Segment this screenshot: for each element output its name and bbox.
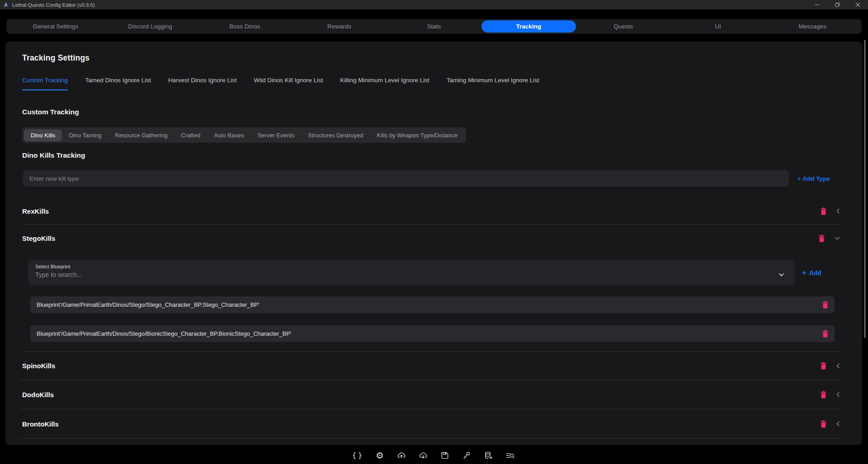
subtab-taming-minimum-level-ignore-list[interactable]: Taming Minimum Level Ignore List xyxy=(447,77,539,90)
kill-type-name: SpinoKills xyxy=(22,362,55,370)
segment-dino-taming[interactable]: Dino Taming xyxy=(62,129,108,141)
page-title: Tracking Settings xyxy=(22,53,90,63)
segment-structures-destroyed[interactable]: Structures Destroyed xyxy=(301,129,370,141)
braces-icon[interactable]: {} xyxy=(353,450,363,460)
nav-tab-ui[interactable]: UI xyxy=(670,20,765,33)
blueprint-search-placeholder: Type to search... xyxy=(35,271,788,278)
window-controls xyxy=(807,0,868,9)
segment-resource-gathering[interactable]: Resource Gathering xyxy=(108,129,174,141)
row-divider xyxy=(20,224,840,225)
key-icon[interactable] xyxy=(462,450,472,460)
kill-type-row-spinokills: SpinoKills xyxy=(5,352,862,380)
main-nav: General Settings Discord Logging Boss Di… xyxy=(6,19,862,34)
nav-tab-discord-logging[interactable]: Discord Logging xyxy=(103,20,197,33)
add-type-button[interactable]: + Add Type xyxy=(797,170,830,187)
segment-dino-kills[interactable]: Dino Kills xyxy=(24,129,62,141)
delete-icon[interactable] xyxy=(818,234,825,242)
kill-type-name: BrontoKills xyxy=(22,420,59,428)
new-kill-type-input[interactable] xyxy=(23,170,789,187)
chevron-down-icon[interactable] xyxy=(834,236,840,240)
plus-icon: + xyxy=(802,268,807,277)
category-segmented-control: Dino Kills Dino Taming Resource Gatherin… xyxy=(22,127,466,143)
blueprint-entry: Blueprint'/Game/PrimalEarth/Dinos/Stego/… xyxy=(30,325,835,342)
add-blueprint-label: Add xyxy=(809,269,821,277)
delete-icon[interactable] xyxy=(822,330,829,337)
chevron-left-icon[interactable] xyxy=(836,208,840,214)
delete-icon[interactable] xyxy=(820,362,827,370)
add-blueprint-button[interactable]: + Add xyxy=(802,260,821,286)
bottom-toolbar: {} ⚙ xyxy=(0,446,868,464)
kill-type-row-dodokills: DodoKills xyxy=(5,380,862,409)
blueprint-entry: Blueprint'/Game/PrimalEarth/Dinos/Stego/… xyxy=(30,296,835,313)
tracking-subtabs: Custom Tracking Tamed Dinos Ignore List … xyxy=(22,77,539,90)
kill-type-name: StegoKills xyxy=(22,234,55,242)
database-export-icon[interactable] xyxy=(483,450,493,460)
blueprint-path: Blueprint'/Game/PrimalEarth/Dinos/Stego/… xyxy=(37,301,259,308)
kill-type-name: DodoKills xyxy=(22,391,54,398)
gear-icon[interactable]: ⚙ xyxy=(375,450,385,460)
nav-tab-boss-dinos[interactable]: Boss Dinos xyxy=(198,20,292,33)
subtab-tamed-dinos-ignore-list[interactable]: Tamed Dinos Ignore List xyxy=(85,77,151,90)
delete-icon[interactable] xyxy=(820,207,827,215)
blueprint-path: Blueprint'/Game/PrimalEarth/Dinos/Stego/… xyxy=(37,330,291,337)
nav-tab-general-settings[interactable]: General Settings xyxy=(8,20,103,33)
title-bar: Lethal Quests Config Editor (v0.9.5) xyxy=(0,0,868,9)
delete-icon[interactable] xyxy=(822,301,829,309)
kill-type-row-rexkills: RexKills xyxy=(5,198,862,224)
tracking-settings-panel: Tracking Settings Custom Tracking Tamed … xyxy=(5,42,862,445)
delete-icon[interactable] xyxy=(820,420,827,428)
subtab-custom-tracking[interactable]: Custom Tracking xyxy=(22,77,68,90)
nav-tab-quests[interactable]: Quests xyxy=(576,20,670,33)
nav-tab-tracking[interactable]: Tracking xyxy=(481,20,576,33)
kill-type-row-stegokills: StegoKills xyxy=(5,225,862,251)
nav-tab-stats[interactable]: Stats xyxy=(387,20,481,33)
delete-icon[interactable] xyxy=(820,391,827,398)
blueprint-select[interactable]: Select Blueprint Type to search... xyxy=(28,260,795,286)
save-icon[interactable] xyxy=(440,450,450,460)
subtab-harvest-dinos-ignore-list[interactable]: Harvest Dinos Ignore List xyxy=(168,77,237,90)
subtab-killing-minimum-level-ignore-list[interactable]: Killing Minimum Level Ignore List xyxy=(340,77,429,90)
segment-crafted[interactable]: Crafted xyxy=(175,129,208,141)
chevron-left-icon[interactable] xyxy=(836,421,840,427)
nav-tab-rewards[interactable]: Rewards xyxy=(292,20,387,33)
minimize-icon[interactable] xyxy=(807,0,827,9)
close-icon[interactable] xyxy=(848,0,868,9)
panel-title: Dino Kills Tracking xyxy=(22,151,85,159)
restore-icon[interactable] xyxy=(827,0,848,9)
app-logo-icon xyxy=(3,2,9,8)
nav-tab-messages[interactable]: Messages xyxy=(765,20,860,33)
section-title: Custom Tracking xyxy=(22,108,79,116)
chevron-down-icon xyxy=(778,271,784,279)
cloud-download-icon[interactable] xyxy=(418,450,428,460)
blueprint-select-label: Select Blueprint xyxy=(35,264,788,269)
search-list-icon[interactable] xyxy=(505,450,515,460)
subtab-wild-dinos-kill-ignore-list[interactable]: Wild Dinos Kill Ignore List xyxy=(254,77,323,90)
segment-kills-by-weapon[interactable]: Kills by Weapon Type/Distance xyxy=(370,129,464,141)
vertical-scrollbar[interactable] xyxy=(864,40,866,338)
kill-type-name: RexKills xyxy=(22,207,49,215)
window-title: Lethal Quests Config Editor (v0.9.5) xyxy=(12,2,95,8)
cloud-upload-icon[interactable] xyxy=(396,450,406,460)
segment-server-events[interactable]: Server Events xyxy=(251,129,302,141)
kill-type-row-brontokills: BrontoKills xyxy=(5,409,862,438)
row-divider xyxy=(20,438,840,439)
chevron-left-icon[interactable] xyxy=(836,391,840,398)
segment-auto-bases[interactable]: Auto Bases xyxy=(207,129,251,141)
chevron-left-icon[interactable] xyxy=(836,363,840,369)
